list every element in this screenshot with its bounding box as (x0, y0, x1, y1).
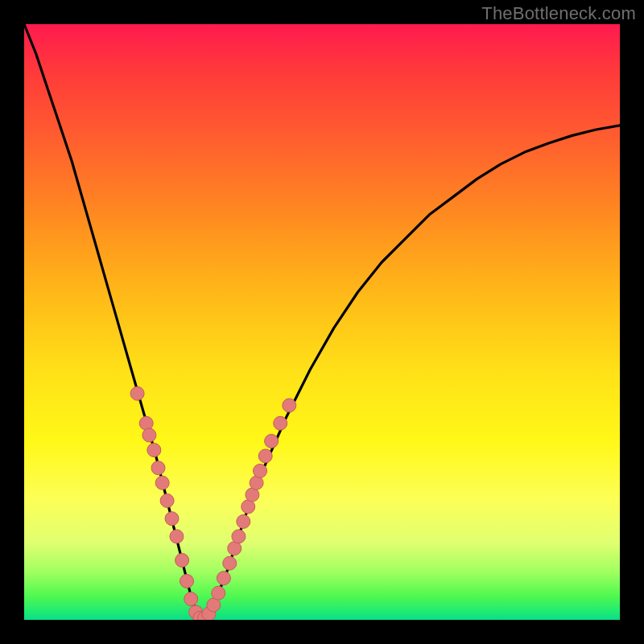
data-marker (151, 461, 165, 475)
data-marker (232, 530, 246, 543)
data-marker (180, 574, 194, 588)
data-marker (147, 444, 161, 457)
bottleneck-curve (24, 24, 620, 620)
data-marker (212, 586, 225, 600)
data-marker (160, 494, 174, 508)
data-marker (165, 512, 179, 526)
data-marker (175, 554, 189, 568)
watermark-text: TheBottleneck.com (481, 3, 636, 24)
chart-svg (24, 24, 620, 620)
data-markers (130, 386, 296, 620)
data-marker (265, 435, 279, 448)
data-marker (139, 416, 153, 430)
plot-area (24, 24, 620, 620)
data-marker (170, 530, 184, 543)
data-marker (274, 416, 287, 430)
data-marker (184, 592, 198, 606)
data-marker (254, 464, 267, 478)
data-marker (258, 449, 272, 463)
data-marker (223, 556, 237, 570)
data-marker (217, 572, 230, 585)
data-marker (283, 398, 296, 412)
data-marker (142, 428, 156, 442)
chart-frame: TheBottleneck.com (0, 0, 644, 644)
data-marker (237, 514, 250, 528)
data-marker (130, 386, 144, 400)
data-marker (155, 476, 169, 489)
